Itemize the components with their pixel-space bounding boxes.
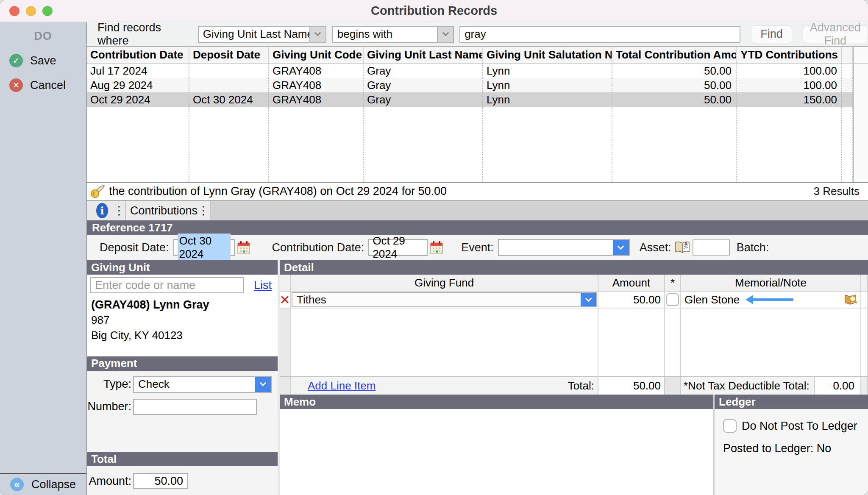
- do-not-post-checkbox[interactable]: [723, 419, 737, 433]
- giving-unit-header: Giving Unit: [87, 260, 278, 275]
- find-query-input[interactable]: [459, 26, 740, 43]
- giving-fund-select[interactable]: Tithes: [292, 292, 597, 307]
- detail-footer-row: Add Line Item Total: 50.00 *Not Tax Dedu…: [280, 376, 868, 395]
- column-header-giving-unit-last-name[interactable]: Giving Unit Last Name: [364, 47, 483, 63]
- line-item-amount[interactable]: 50.00: [598, 292, 665, 308]
- vertical-dots-icon[interactable]: ⋮: [113, 205, 125, 217]
- reference-bar: Reference 1717: [87, 220, 868, 235]
- payment-number-label: Number:: [87, 400, 131, 413]
- list-link[interactable]: List: [254, 279, 272, 292]
- total-amount-input[interactable]: 50.00: [133, 473, 188, 489]
- contribution-date-value: Oct 29 2024: [373, 234, 423, 261]
- column-header-giving-unit-code[interactable]: Giving Unit Code: [269, 47, 364, 63]
- results-empty-area: [87, 107, 868, 182]
- event-select[interactable]: [498, 239, 630, 256]
- deposit-date-input[interactable]: Oct 30 2024: [173, 239, 235, 256]
- status-text: the contribution of Lynn Gray (GRAY408) …: [109, 185, 447, 198]
- column-header-contribution-date[interactable]: Contribution Date^: [87, 47, 189, 63]
- hand-coin-icon: [90, 185, 105, 198]
- delete-line-item-icon[interactable]: ✕: [280, 292, 291, 308]
- table-row-selected[interactable]: Oct 29 2024 Oct 30 2024 GRAY408 Gray Lyn…: [87, 92, 868, 107]
- cell-code: GRAY408: [269, 92, 364, 107]
- cell-last-name: Gray: [364, 92, 483, 107]
- giving-unit-name: (GRAY408) Lynn Gray: [91, 298, 278, 311]
- ledger-header: Ledger: [715, 395, 868, 409]
- cell-contribution-date: Oct 29 2024: [87, 92, 189, 107]
- sidebar: DO ✓ Save ✕ Cancel « Collapse: [0, 22, 87, 495]
- giving-unit-panel: List (GRAY408) Lynn Gray 987 Big City, K…: [87, 275, 278, 356]
- find-field-value: Giving Unit Last Name: [199, 27, 309, 42]
- find-button[interactable]: Find: [751, 25, 792, 43]
- minimize-window-button[interactable]: [26, 6, 36, 16]
- chevron-down-icon[interactable]: [581, 293, 596, 306]
- column-header-total-contribution-amount[interactable]: Total Contribution Amount: [612, 47, 737, 63]
- tab-contributions-label: Contributions: [130, 204, 198, 217]
- column-header-deposit-date[interactable]: Deposit Date: [189, 47, 269, 63]
- table-row[interactable]: Aug 29 2024 GRAY408 Gray Lynn 50.00 100.…: [87, 78, 868, 92]
- save-label: Save: [30, 54, 56, 67]
- memorial-note-cell[interactable]: Glen Stone: [681, 292, 861, 308]
- giving-fund-value: Tithes: [292, 293, 581, 306]
- cell-ytd: 100.00: [737, 64, 842, 78]
- save-button[interactable]: ✓ Save: [0, 54, 86, 67]
- sidebar-heading: DO: [0, 30, 86, 43]
- window-title: Contribution Records: [371, 4, 497, 18]
- tab-contributions[interactable]: Contributions ⋮: [126, 201, 211, 220]
- giving-unit-search-input[interactable]: [90, 277, 244, 293]
- cancel-button[interactable]: ✕ Cancel: [0, 78, 86, 92]
- payment-type-value: Check: [134, 377, 255, 392]
- payment-header: Payment: [87, 356, 278, 371]
- chevron-down-icon[interactable]: [437, 27, 453, 42]
- column-header-blank: [842, 47, 853, 63]
- asset-book-icon[interactable]: [675, 241, 690, 254]
- ntd-total-label: *Not Tax Deductible Total:: [684, 379, 810, 392]
- column-header-salutation-name[interactable]: Giving Unit Salutation Name: [483, 47, 612, 63]
- do-not-post-label: Do Not Post To Ledger: [742, 420, 857, 433]
- calendar-icon[interactable]: [237, 240, 250, 255]
- main-area: Find records where Giving Unit Last Name…: [87, 22, 868, 495]
- cell-ytd: 150.00: [737, 92, 842, 107]
- info-tab-segment: i ⋮: [87, 201, 126, 220]
- table-row[interactable]: Jul 17 2024 GRAY408 Gray Lynn 50.00 100.…: [87, 64, 868, 78]
- advanced-find-button[interactable]: Advanced Find: [803, 25, 868, 43]
- detail-empty-area: [280, 309, 868, 376]
- payment-type-select[interactable]: Check: [133, 376, 272, 393]
- payment-number-input[interactable]: [133, 399, 257, 415]
- results-scrollbar[interactable]: [853, 107, 868, 182]
- asset-input[interactable]: [693, 239, 730, 256]
- results-header-row: Contribution Date^ Deposit Date Giving U…: [87, 47, 868, 64]
- zoom-window-button[interactable]: [42, 6, 53, 16]
- find-bar: Find records where Giving Unit Last Name…: [87, 22, 868, 47]
- contribution-date-label: Contribution Date:: [272, 241, 364, 254]
- vertical-dots-icon[interactable]: ⋮: [198, 205, 209, 217]
- record-form-row: Deposit Date: Oct 30 2024 Contribution D…: [87, 235, 868, 260]
- not-tax-deductible-checkbox[interactable]: [666, 293, 679, 306]
- asset-label: Asset:: [640, 241, 671, 254]
- find-operator-select[interactable]: begins with: [332, 26, 454, 43]
- chevron-down-icon[interactable]: [309, 27, 326, 42]
- chevron-down-icon[interactable]: [613, 240, 629, 255]
- cell-total: 50.00: [612, 64, 737, 78]
- calendar-icon[interactable]: [430, 240, 443, 255]
- chevron-down-icon[interactable]: [255, 377, 271, 392]
- add-line-item-link[interactable]: Add Line Item: [308, 379, 376, 392]
- annotation-arrow-left-icon: [753, 298, 793, 301]
- memo-textarea[interactable]: [280, 409, 713, 495]
- close-window-button[interactable]: [9, 6, 19, 16]
- info-icon[interactable]: i: [96, 203, 108, 218]
- cancel-label: Cancel: [30, 79, 66, 92]
- collapse-button[interactable]: « Collapse: [0, 473, 86, 495]
- total-amount-label: Amount:: [87, 475, 131, 488]
- tab-bar: i ⋮ Contributions ⋮: [87, 201, 868, 220]
- deposit-date-value: Oct 30 2024: [178, 234, 231, 261]
- find-operator-value: begins with: [333, 27, 437, 42]
- cell-deposit-date: [189, 64, 269, 78]
- find-field-select[interactable]: Giving Unit Last Name: [198, 26, 326, 43]
- ledger-panel: Ledger Do Not Post To Ledger Posted to L…: [713, 395, 868, 495]
- event-value: [499, 240, 613, 255]
- column-header-ytd-contributions[interactable]: YTD Contributions: [737, 47, 842, 63]
- deposit-date-label: Deposit Date:: [100, 241, 169, 254]
- memorial-lookup-icon[interactable]: [843, 293, 858, 306]
- contribution-date-input[interactable]: Oct 29 2024: [368, 239, 428, 256]
- memo-header: Memo: [280, 395, 713, 409]
